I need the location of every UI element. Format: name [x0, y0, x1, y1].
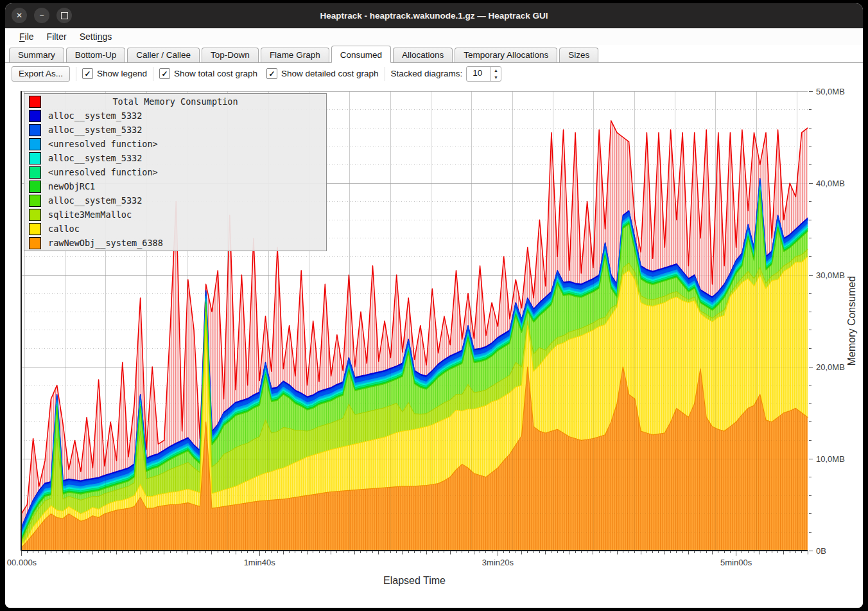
legend-swatch — [29, 124, 41, 136]
checkbox-box[interactable]: ✓ — [266, 68, 277, 79]
stacked-diagrams-label: Stacked diagrams: — [391, 69, 463, 78]
x-axis-tick-label: 3min20s — [482, 558, 514, 567]
legend-item: sqlite3MemMalloc — [24, 208, 326, 222]
checkbox-show-detailed-cost-graph[interactable]: ✓Show detailed cost graph — [266, 68, 379, 79]
tab-bar: SummaryBottom-UpCaller / CalleeTop-DownF… — [5, 45, 863, 63]
legend-item: newObjRC1 — [24, 179, 326, 193]
legend-swatch — [29, 110, 41, 122]
legend-swatch — [29, 223, 41, 235]
spinner-buttons: ▲ ▼ — [490, 67, 501, 81]
legend-label: alloc__system_5332 — [48, 195, 142, 206]
legend-swatch — [29, 166, 41, 179]
y-axis-title: Memory Consumed — [846, 276, 857, 366]
legend-label: alloc__system_5332 — [48, 125, 142, 135]
app-window: ✕ − Heaptrack - heaptrack.wakunode.1.gz … — [5, 3, 863, 608]
checkbox-group: ✓Show legend — [82, 68, 147, 79]
stacked-diagrams-spinbox[interactable]: 10 ▲ ▼ — [466, 66, 501, 82]
spin-down-icon[interactable]: ▼ — [490, 74, 501, 81]
checkbox-label: Show legend — [97, 69, 147, 78]
tab-top-down[interactable]: Top-Down — [202, 48, 259, 62]
tab-caller-callee[interactable]: Caller / Callee — [127, 48, 200, 62]
stacked-diagrams-value[interactable]: 10 — [467, 67, 490, 81]
checkbox-label: Show detailed cost graph — [281, 69, 379, 78]
legend-label: <unresolved function> — [48, 139, 158, 149]
checkbox-box[interactable]: ✓ — [159, 68, 170, 79]
menu-item-file[interactable]: File — [13, 30, 40, 43]
maximize-icon[interactable] — [56, 8, 72, 23]
legend-label: newObjRC1 — [48, 181, 95, 191]
legend-swatch — [29, 237, 41, 249]
tab-sizes[interactable]: Sizes — [559, 48, 598, 62]
x-axis-tick-label: 00.000s — [7, 558, 37, 567]
window-title: Heaptrack - heaptrack.wakunode.1.gz — He… — [320, 11, 548, 21]
legend-item: rawNewObj__system_6388 — [24, 236, 326, 250]
legend-swatch — [29, 181, 41, 193]
legend-label: Total Memory Consumption — [48, 96, 302, 107]
toolbar-separator — [153, 67, 153, 81]
maximize-square-glyph — [61, 12, 68, 19]
y-axis-tick-label: 30,0MB — [816, 270, 845, 280]
tab-flame-graph[interactable]: Flame Graph — [261, 48, 329, 62]
menu-item-filter[interactable]: Filter — [40, 30, 73, 43]
tab-temporary-allocations[interactable]: Temporary Allocations — [455, 48, 557, 62]
legend-item: alloc__system_5332 — [24, 193, 326, 208]
chart-area: 0B10,0MB20,0MB30,0MB40,0MB50,0MB00.000s1… — [5, 84, 863, 608]
checkbox-box[interactable]: ✓ — [82, 68, 93, 79]
legend-item: alloc__system_5332 — [24, 109, 326, 123]
legend-label: alloc__system_5332 — [48, 111, 142, 121]
chart-legend: Total Memory Consumptionalloc__system_53… — [24, 93, 327, 251]
legend-item: calloc — [24, 222, 326, 236]
export-as-button[interactable]: Export As... — [12, 66, 70, 82]
tab-allocations[interactable]: Allocations — [393, 48, 453, 62]
menu-item-settings[interactable]: Settings — [73, 30, 119, 43]
legend-swatch — [29, 152, 41, 164]
legend-item: <unresolved function> — [24, 165, 326, 179]
legend-swatch — [29, 195, 41, 207]
y-axis-tick-label: 50,0MB — [816, 87, 845, 96]
checkbox-show-total-cost-graph[interactable]: ✓Show total cost graph — [159, 68, 257, 79]
legend-swatch — [29, 96, 41, 108]
y-axis-tick-label: 20,0MB — [816, 362, 845, 372]
x-axis-tick-label: 1min40s — [244, 558, 276, 567]
tab-summary[interactable]: Summary — [9, 48, 64, 62]
legend-label: alloc__system_5332 — [48, 153, 142, 163]
x-axis-tick-label: 5min00s — [720, 558, 752, 567]
tab-consumed[interactable]: Consumed — [331, 46, 391, 63]
spin-up-icon[interactable]: ▲ — [490, 67, 501, 74]
legend-swatch — [29, 138, 41, 150]
close-icon[interactable]: ✕ — [12, 8, 27, 23]
legend-label: calloc — [48, 224, 80, 234]
y-axis-tick-label: 40,0MB — [816, 179, 845, 188]
y-axis-tick-label: 10,0MB — [816, 454, 845, 464]
checkbox-show-legend[interactable]: ✓Show legend — [82, 68, 147, 79]
legend-label: rawNewObj__system_6388 — [48, 238, 163, 248]
stacked-diagrams-control: Stacked diagrams: 10 ▲ ▼ — [391, 66, 502, 82]
checkbox-group: ✓Show total cost graph✓Show detailed cos… — [159, 68, 378, 79]
tab-bottom-up[interactable]: Bottom-Up — [66, 48, 126, 62]
y-axis-tick-label: 0B — [816, 546, 826, 556]
window-controls: ✕ − — [12, 8, 72, 23]
legend-item: <unresolved function> — [24, 137, 326, 151]
legend-item: alloc__system_5332 — [24, 123, 326, 137]
legend-item: Total Memory Consumption — [24, 94, 326, 109]
toolbar-separator — [385, 67, 385, 81]
legend-swatch — [29, 209, 41, 221]
legend-label: sqlite3MemMalloc — [48, 209, 132, 220]
legend-item: alloc__system_5332 — [24, 151, 326, 165]
checkbox-label: Show total cost graph — [174, 69, 257, 78]
legend-label: <unresolved function> — [48, 167, 158, 177]
x-axis-title: Elapsed Time — [383, 575, 446, 586]
menu-bar: FileFilterSettings — [5, 28, 863, 45]
minimize-icon[interactable]: − — [34, 8, 49, 23]
titlebar[interactable]: ✕ − Heaptrack - heaptrack.wakunode.1.gz … — [5, 3, 863, 28]
toolbar-separator — [76, 67, 76, 81]
toolbar: Export As... ✓Show legend ✓Show total co… — [5, 63, 863, 84]
